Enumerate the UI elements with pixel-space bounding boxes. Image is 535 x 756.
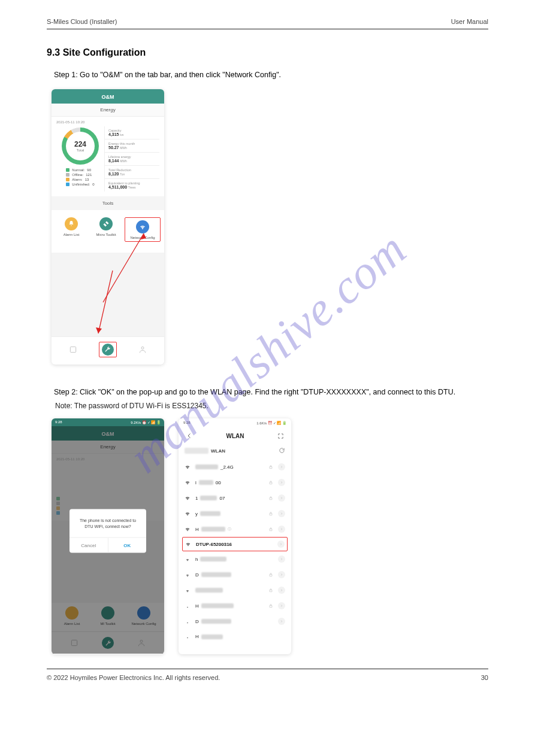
energy-tab: Energy: [52, 104, 164, 117]
chevron-icon[interactable]: [278, 510, 285, 517]
svg-marker-3: [96, 327, 102, 333]
wifi-icon: [185, 618, 191, 625]
step2-text: Step 2: Click "OK" on the pop-up and go …: [47, 386, 488, 398]
chevron-icon[interactable]: [278, 587, 285, 594]
section-title: 9.3 Site Configuration: [47, 47, 488, 58]
svg-rect-13: [270, 574, 272, 576]
wifi-item[interactable]: h: [179, 551, 291, 567]
cancel-button[interactable]: Cancel: [69, 538, 108, 552]
svg-rect-9: [270, 482, 272, 484]
bell-icon: [65, 217, 78, 230]
wlan-header: WLAN: [211, 448, 225, 454]
wifi-item[interactable]: H: [179, 629, 291, 644]
wifi-icon: [185, 587, 191, 594]
wifi-item[interactable]: D: [179, 567, 291, 582]
chevron-icon[interactable]: [278, 571, 285, 578]
svg-rect-12: [270, 529, 272, 530]
gauge: 224 Total: [62, 127, 99, 165]
hdr-left: S-Miles Cloud (Installer): [47, 18, 117, 25]
wifi-item[interactable]: y: [179, 506, 291, 521]
phone-om: O&M Energy 2021-05-11 10:20 224 Total No…: [52, 89, 164, 365]
svg-rect-10: [270, 497, 272, 499]
dialog-text: The phone is not connected to DTU WiFi, …: [69, 509, 146, 537]
chevron-icon[interactable]: [278, 526, 285, 533]
phone-wlan: 9:28 1.6K/s ⏰ ✓ 📶 🔋 WLAN WLAN _2.4G l00 …: [179, 418, 291, 654]
me-tab-icon[interactable]: [137, 344, 149, 356]
wifi-icon: [185, 603, 191, 609]
blur: [185, 448, 208, 454]
svg-rect-11: [270, 513, 272, 515]
bottom-tabs: [52, 336, 164, 362]
lock-icon: [268, 588, 273, 593]
tool-micro[interactable]: Micro Toolkit: [90, 217, 122, 237]
lock-icon: [268, 511, 273, 517]
svg-rect-8: [270, 466, 272, 468]
phone-dialog: 9:28 9.2K/s ⏰ ✓ 📶 🔋 O&M Energy 2021-05-1…: [52, 418, 164, 654]
chevron-icon[interactable]: [278, 555, 285, 563]
scan-icon[interactable]: [277, 433, 284, 440]
tools-tab: Tools: [52, 196, 164, 210]
svg-rect-4: [71, 347, 76, 352]
wifi-item[interactable]: l00: [179, 475, 291, 490]
chevron-icon[interactable]: [277, 541, 285, 548]
gauge-value: 224: [74, 140, 86, 148]
chevron-icon[interactable]: [278, 479, 285, 486]
om-tab-highlight: [99, 342, 117, 357]
wifi-item[interactable]: H: [179, 598, 291, 614]
wifi-item-dtu[interactable]: DTUP-65200316: [182, 537, 288, 551]
gauge-total-label: Total: [74, 148, 86, 152]
status-icons: 1.6K/s ⏰ ✓ 📶 🔋: [256, 421, 286, 425]
wifi-config-icon: [136, 220, 149, 233]
footer-copy: © 2022 Hoymiles Power Electronics Inc. A…: [47, 674, 220, 681]
date: 2021-05-11 10:20: [56, 120, 159, 124]
legend: Normal: 90 Offline: 121 Alarm: 13 Unfini…: [66, 168, 94, 187]
wifi-icon: [185, 511, 191, 517]
step1-text: Step 1: Go to "O&M" on the tab bar, and …: [47, 69, 488, 81]
refresh-icon[interactable]: [279, 447, 285, 454]
tool-alarm[interactable]: Alarm List: [55, 217, 87, 237]
chevron-icon[interactable]: [278, 494, 285, 502]
svg-rect-15: [270, 605, 272, 607]
hdr-right: User Manual: [451, 18, 488, 25]
wifi-icon: [185, 464, 191, 470]
lock-icon: [268, 480, 273, 485]
status-time: 9:28: [183, 421, 191, 425]
lock-icon: [268, 603, 273, 609]
wifi-icon: [185, 495, 191, 502]
wifi-item[interactable]: _2.4G: [179, 459, 291, 475]
wifi-item[interactable]: 107: [179, 490, 291, 506]
wifi-icon: [185, 572, 191, 578]
rule-bottom: [47, 669, 488, 669]
svg-line-2: [98, 271, 113, 333]
chevron-icon[interactable]: [278, 602, 285, 609]
wifi-icon: [185, 479, 191, 486]
wifi-icon: [185, 633, 191, 640]
wifi-item[interactable]: D: [179, 614, 291, 629]
wifi-icon: [185, 541, 191, 548]
back-icon[interactable]: [186, 432, 193, 440]
svg-rect-14: [270, 590, 272, 591]
legend-sq: [66, 183, 69, 186]
wifi-icon: [185, 556, 191, 563]
om-tab-icon[interactable]: [102, 344, 114, 356]
legend-sq: [66, 168, 69, 172]
chevron-icon[interactable]: [278, 463, 285, 470]
chevron-icon[interactable]: [278, 618, 285, 625]
wifi-item[interactable]: Hⓘ: [179, 521, 291, 537]
lock-icon: [268, 496, 273, 501]
legend-sq: [66, 178, 69, 181]
dtu-ssid: DTUP-65200316: [196, 542, 273, 547]
lock-icon: [268, 572, 273, 578]
ok-button[interactable]: OK: [108, 538, 147, 552]
home-tab-icon[interactable]: [67, 344, 79, 356]
tools-icon: [99, 217, 113, 230]
tool-network-config[interactable]: Network Config: [125, 217, 161, 242]
status-icons: 9.2K/s ⏰ ✓ 📶 🔋: [131, 420, 161, 424]
legend-sq: [66, 173, 69, 177]
footer-page: 30: [481, 674, 488, 681]
connect-dialog: The phone is not connected to DTU WiFi, …: [69, 509, 146, 552]
wifi-item[interactable]: [179, 582, 291, 598]
p1-title: O&M: [52, 89, 164, 104]
wifi-icon: [185, 526, 191, 533]
wlan-title: WLAN: [226, 433, 244, 439]
